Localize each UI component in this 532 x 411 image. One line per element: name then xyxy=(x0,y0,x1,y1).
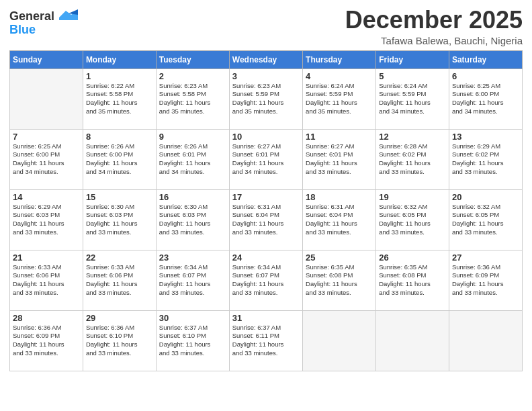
day-info: Sunrise: 6:34 AM Sunset: 6:07 PM Dayligh… xyxy=(232,263,300,298)
day-info: Sunrise: 6:37 AM Sunset: 6:11 PM Dayligh… xyxy=(232,324,300,358)
weekday-header-tuesday: Tuesday xyxy=(156,50,229,68)
calendar-table: SundayMondayTuesdayWednesdayThursdayFrid… xyxy=(9,50,523,371)
calendar-cell: 22Sunrise: 6:33 AM Sunset: 6:06 PM Dayli… xyxy=(83,250,156,310)
day-info: Sunrise: 6:31 AM Sunset: 6:04 PM Dayligh… xyxy=(306,203,373,237)
day-number: 3 xyxy=(232,71,300,81)
logo-icon xyxy=(59,9,78,20)
weekday-header-monday: Monday xyxy=(83,50,156,68)
calendar-cell: 2Sunrise: 6:23 AM Sunset: 5:58 PM Daylig… xyxy=(156,68,229,129)
day-number: 12 xyxy=(379,132,446,142)
day-info: Sunrise: 6:33 AM Sunset: 6:06 PM Dayligh… xyxy=(13,263,80,298)
day-info: Sunrise: 6:28 AM Sunset: 6:02 PM Dayligh… xyxy=(379,142,446,177)
day-info: Sunrise: 6:33 AM Sunset: 6:06 PM Dayligh… xyxy=(86,263,153,298)
day-info: Sunrise: 6:35 AM Sunset: 6:08 PM Dayligh… xyxy=(379,263,446,298)
calendar-cell: 29Sunrise: 6:36 AM Sunset: 6:10 PM Dayli… xyxy=(83,310,156,371)
day-number: 4 xyxy=(306,71,373,81)
weekday-header-sunday: Sunday xyxy=(10,50,83,68)
weekday-header-thursday: Thursday xyxy=(303,50,376,68)
calendar-cell: 14Sunrise: 6:29 AM Sunset: 6:03 PM Dayli… xyxy=(10,189,83,250)
calendar-cell: 3Sunrise: 6:23 AM Sunset: 5:59 PM Daylig… xyxy=(229,68,302,129)
day-info: Sunrise: 6:36 AM Sunset: 6:09 PM Dayligh… xyxy=(13,324,80,358)
day-number: 7 xyxy=(13,132,80,142)
calendar-cell: 18Sunrise: 6:31 AM Sunset: 6:04 PM Dayli… xyxy=(303,189,376,250)
day-info: Sunrise: 6:26 AM Sunset: 6:00 PM Dayligh… xyxy=(86,142,153,177)
week-row-2: 7Sunrise: 6:25 AM Sunset: 6:00 PM Daylig… xyxy=(10,129,523,189)
day-number: 19 xyxy=(379,192,446,202)
calendar-cell: 15Sunrise: 6:30 AM Sunset: 6:03 PM Dayli… xyxy=(83,189,156,250)
day-number: 23 xyxy=(159,253,226,263)
day-number: 20 xyxy=(452,192,519,202)
calendar-cell: 13Sunrise: 6:29 AM Sunset: 6:02 PM Dayli… xyxy=(449,129,522,189)
day-number: 26 xyxy=(379,253,446,263)
calendar-cell: 28Sunrise: 6:36 AM Sunset: 6:09 PM Dayli… xyxy=(10,310,83,371)
calendar-header: SundayMondayTuesdayWednesdayThursdayFrid… xyxy=(10,50,523,68)
day-info: Sunrise: 6:24 AM Sunset: 5:59 PM Dayligh… xyxy=(379,82,446,116)
page: General Blue December 2025 Tafawa Balewa… xyxy=(0,0,532,411)
day-number: 27 xyxy=(452,253,519,263)
day-number: 15 xyxy=(86,192,153,202)
day-number: 11 xyxy=(306,132,373,142)
day-info: Sunrise: 6:29 AM Sunset: 6:02 PM Dayligh… xyxy=(452,142,519,177)
day-info: Sunrise: 6:30 AM Sunset: 6:03 PM Dayligh… xyxy=(86,203,153,237)
calendar-cell xyxy=(449,310,522,371)
calendar-cell: 26Sunrise: 6:35 AM Sunset: 6:08 PM Dayli… xyxy=(376,250,449,310)
day-info: Sunrise: 6:36 AM Sunset: 6:10 PM Dayligh… xyxy=(86,324,153,358)
day-number: 24 xyxy=(232,253,300,263)
day-number: 22 xyxy=(86,253,153,263)
day-number: 29 xyxy=(86,313,153,323)
day-number: 13 xyxy=(452,132,519,142)
logo-general: General xyxy=(9,9,54,23)
week-row-3: 14Sunrise: 6:29 AM Sunset: 6:03 PM Dayli… xyxy=(10,189,523,250)
day-number: 30 xyxy=(159,313,226,323)
day-info: Sunrise: 6:34 AM Sunset: 6:07 PM Dayligh… xyxy=(159,263,226,298)
day-info: Sunrise: 6:27 AM Sunset: 6:01 PM Dayligh… xyxy=(306,142,373,177)
day-number: 16 xyxy=(159,192,226,202)
month-title: December 2025 xyxy=(345,7,523,34)
day-number: 6 xyxy=(452,71,519,81)
week-row-1: 1Sunrise: 6:22 AM Sunset: 5:58 PM Daylig… xyxy=(10,68,523,129)
day-number: 28 xyxy=(13,313,80,323)
day-info: Sunrise: 6:23 AM Sunset: 5:58 PM Dayligh… xyxy=(159,82,226,116)
calendar-cell: 6Sunrise: 6:25 AM Sunset: 6:00 PM Daylig… xyxy=(449,68,522,129)
day-number: 17 xyxy=(232,192,300,202)
calendar-cell: 4Sunrise: 6:24 AM Sunset: 5:59 PM Daylig… xyxy=(303,68,376,129)
calendar-cell: 7Sunrise: 6:25 AM Sunset: 6:00 PM Daylig… xyxy=(10,129,83,189)
calendar-cell: 27Sunrise: 6:36 AM Sunset: 6:09 PM Dayli… xyxy=(449,250,522,310)
week-row-4: 21Sunrise: 6:33 AM Sunset: 6:06 PM Dayli… xyxy=(10,250,523,310)
title-section: December 2025 Tafawa Balewa, Bauchi, Nig… xyxy=(345,7,523,46)
calendar-cell: 8Sunrise: 6:26 AM Sunset: 6:00 PM Daylig… xyxy=(83,129,156,189)
day-number: 2 xyxy=(159,71,226,81)
day-info: Sunrise: 6:32 AM Sunset: 6:05 PM Dayligh… xyxy=(379,203,446,237)
day-info: Sunrise: 6:35 AM Sunset: 6:08 PM Dayligh… xyxy=(306,263,373,298)
day-number: 9 xyxy=(159,132,226,142)
calendar-cell xyxy=(10,68,83,129)
day-number: 8 xyxy=(86,132,153,142)
calendar-cell: 1Sunrise: 6:22 AM Sunset: 5:58 PM Daylig… xyxy=(83,68,156,129)
logo: General Blue xyxy=(9,9,78,37)
day-number: 25 xyxy=(306,253,373,263)
day-info: Sunrise: 6:24 AM Sunset: 5:59 PM Dayligh… xyxy=(306,82,373,116)
calendar-cell: 24Sunrise: 6:34 AM Sunset: 6:07 PM Dayli… xyxy=(229,250,302,310)
calendar-cell: 12Sunrise: 6:28 AM Sunset: 6:02 PM Dayli… xyxy=(376,129,449,189)
day-info: Sunrise: 6:30 AM Sunset: 6:03 PM Dayligh… xyxy=(159,203,226,237)
day-info: Sunrise: 6:37 AM Sunset: 6:10 PM Dayligh… xyxy=(159,324,226,358)
calendar-cell: 31Sunrise: 6:37 AM Sunset: 6:11 PM Dayli… xyxy=(229,310,302,371)
day-info: Sunrise: 6:31 AM Sunset: 6:04 PM Dayligh… xyxy=(232,203,300,237)
day-number: 5 xyxy=(379,71,446,81)
day-info: Sunrise: 6:27 AM Sunset: 6:01 PM Dayligh… xyxy=(232,142,300,177)
weekday-header-friday: Friday xyxy=(376,50,449,68)
weekday-header-saturday: Saturday xyxy=(449,50,522,68)
day-number: 1 xyxy=(86,71,153,81)
calendar-cell: 19Sunrise: 6:32 AM Sunset: 6:05 PM Dayli… xyxy=(376,189,449,250)
day-number: 31 xyxy=(232,313,300,323)
calendar-cell: 30Sunrise: 6:37 AM Sunset: 6:10 PM Dayli… xyxy=(156,310,229,371)
day-number: 21 xyxy=(13,253,80,263)
weekday-row: SundayMondayTuesdayWednesdayThursdayFrid… xyxy=(10,50,523,68)
calendar-cell: 5Sunrise: 6:24 AM Sunset: 5:59 PM Daylig… xyxy=(376,68,449,129)
day-number: 14 xyxy=(13,192,80,202)
calendar-cell: 10Sunrise: 6:27 AM Sunset: 6:01 PM Dayli… xyxy=(229,129,302,189)
logo-blue-text: Blue xyxy=(9,24,36,37)
day-number: 18 xyxy=(306,192,373,202)
calendar-cell: 23Sunrise: 6:34 AM Sunset: 6:07 PM Dayli… xyxy=(156,250,229,310)
calendar-cell: 17Sunrise: 6:31 AM Sunset: 6:04 PM Dayli… xyxy=(229,189,302,250)
